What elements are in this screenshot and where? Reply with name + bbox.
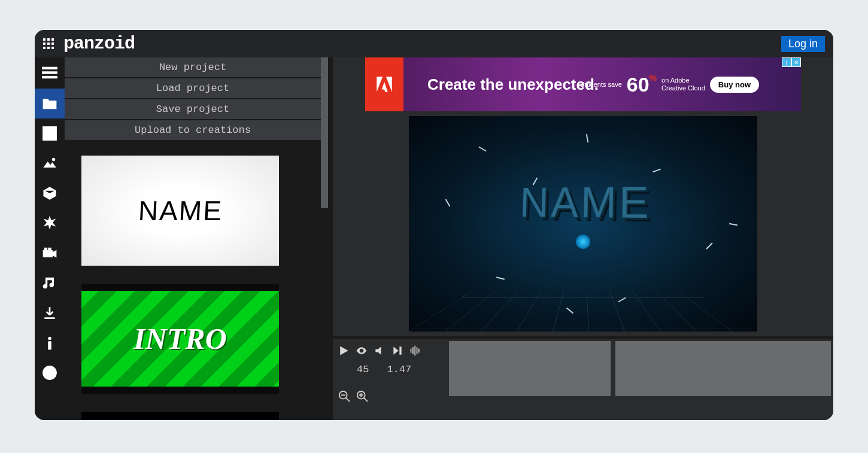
toolstrip [35,57,65,420]
ad-close-icon[interactable]: ✕ [791,57,801,67]
svg-rect-9 [48,342,51,349]
svg-rect-16 [417,347,418,354]
app-window: panzoid Log in [35,30,833,420]
ad-info-icon[interactable]: i [782,57,791,67]
svg-rect-15 [414,346,415,356]
adobe-logo-icon [365,57,403,111]
camera-icon[interactable] [35,238,65,268]
brand-logo[interactable]: panzoid [63,34,135,54]
particle [729,223,738,226]
particle [652,169,661,173]
svg-rect-14 [412,347,414,354]
save-project-button[interactable]: Save project [65,99,321,119]
info-icon[interactable] [35,328,65,358]
template-thumb-third[interactable] [81,412,279,420]
zoom-controls [338,382,442,403]
svg-rect-0 [42,67,57,69]
svg-rect-17 [418,349,420,353]
preview-column: Create the unexpected. Students save 60 … [333,57,833,420]
svg-rect-1 [42,72,57,74]
scrollbar[interactable] [321,57,328,208]
ad-controls: i ✕ [782,57,801,67]
svg-point-12 [51,371,53,372]
thumb-name-text: NAME [137,194,223,227]
particle [496,276,504,280]
brand-area: panzoid [43,34,135,54]
svg-rect-5 [43,251,52,257]
side-panel: New project Load project Save project Up… [65,57,328,420]
waveform-icon[interactable] [409,345,421,357]
template-thumb-intro[interactable]: INTRO [81,284,279,394]
svg-point-10 [43,366,56,379]
star-icon[interactable] [35,208,65,238]
frame-number: 45 [357,364,369,375]
upload-button[interactable]: Upload to creations [65,120,321,140]
timeline-track-1[interactable] [449,341,611,396]
apps-grid-icon[interactable] [43,38,54,49]
timeline-track-2[interactable] [615,341,831,396]
ad-sub: on Adobe Creative Cloud [661,77,705,92]
eye-icon[interactable] [356,345,368,357]
topbar: panzoid Log in [35,30,833,57]
svg-line-19 [346,398,350,402]
buy-now-button[interactable]: Buy now [710,77,759,93]
load-project-button[interactable]: Load project [65,78,321,98]
cube-icon[interactable] [35,178,65,208]
time-seconds: 1.47 [387,364,411,375]
svg-rect-13 [411,349,412,353]
ad-right: Students save 60 % on Adobe Creative Clo… [580,73,759,96]
svg-rect-2 [42,76,57,78]
timeline: 45 1.47 [333,336,833,420]
ad-headline: Create the unexpected. [427,75,599,94]
svg-point-11 [47,371,48,372]
svg-rect-6 [44,248,47,250]
volume-icon[interactable] [374,345,386,357]
preview-3d-text: NAME [519,177,651,228]
particle [706,242,712,249]
svg-point-4 [52,158,54,160]
music-icon[interactable] [35,268,65,298]
svg-line-22 [364,398,368,402]
timeline-readout: 45 1.47 [338,364,442,375]
zoom-in-icon[interactable] [356,390,369,403]
ad-banner[interactable]: Create the unexpected. Students save 60 … [365,57,801,111]
svg-point-8 [48,337,51,339]
playback-icons [338,345,442,357]
ad-students: Students save [580,81,622,88]
particle [479,147,487,152]
hamburger-icon[interactable] [35,57,65,89]
particle [586,134,588,142]
play-icon[interactable] [338,345,350,357]
project-menu: New project Load project Save project Up… [65,57,328,140]
ad-percent-symbol: % [650,73,657,83]
folder-icon[interactable] [35,89,65,118]
image-icon[interactable] [35,148,65,178]
timeline-controls: 45 1.47 [333,339,447,420]
svg-rect-7 [48,248,51,250]
template-thumbnails: NAME INTRO [65,140,328,420]
smiley-icon[interactable] [35,358,65,388]
download-icon[interactable] [35,298,65,328]
particle [445,199,451,206]
grid-floor [409,291,757,332]
ad-percent: 60 [627,73,650,96]
login-button[interactable]: Log in [781,36,825,52]
intro-bg: INTRO [81,291,279,387]
glow-orb [576,235,590,249]
render-view: NAME [409,116,757,332]
thumb-intro-text: INTRO [133,321,227,356]
checkbox-icon[interactable] [35,118,65,148]
new-project-button[interactable]: New project [65,57,321,77]
step-icon[interactable] [391,345,403,357]
main-area: New project Load project Save project Up… [35,57,833,420]
zoom-out-icon[interactable] [338,390,351,403]
template-thumb-name[interactable]: NAME [81,156,279,266]
viewport[interactable]: NAME [333,111,833,336]
